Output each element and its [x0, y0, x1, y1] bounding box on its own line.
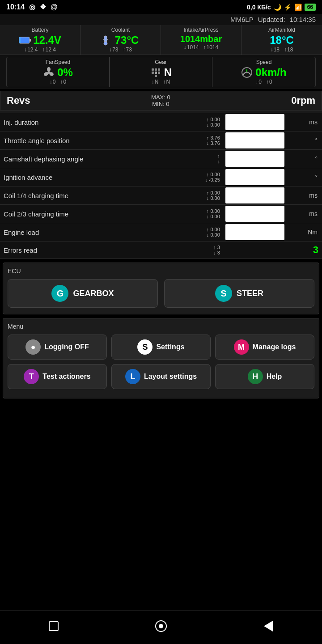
svg-rect-11	[152, 68, 154, 71]
bar-container	[225, 169, 284, 185]
row-bar	[224, 113, 286, 131]
nav-recent-button[interactable]	[45, 617, 63, 635]
speed-subrow: ↓ 0 ↑ 0	[213, 79, 314, 86]
nav-back-button[interactable]	[259, 617, 277, 635]
fanspeed-subrow: ↓ 0 ↑ 0	[8, 79, 108, 86]
row-name: Coil 1/4 charging time	[0, 186, 174, 205]
metrics-row-1: Battery 12.4V ↓ 12.4 ↑ 12.4 Coolant 73°C	[0, 25, 322, 55]
table-row: Throttle angle position ↑ 3.76 ↓ 3.76 °	[0, 131, 322, 150]
status-left: 10:14 ◎ ❖ @	[6, 3, 58, 11]
svg-point-20	[246, 72, 248, 73]
svg-rect-16	[158, 72, 160, 74]
settings-icon: S	[137, 339, 153, 355]
nav-home-button[interactable]	[152, 617, 170, 635]
battery-icon: 66	[305, 4, 316, 11]
layout-settings-button[interactable]: L Layout settings	[111, 364, 211, 389]
row-unit: °	[286, 150, 322, 168]
svg-rect-17	[155, 75, 157, 77]
coolant-subrow: ↓ 73 ↑ 73	[82, 47, 159, 54]
metric-speed: Speed 0km/h ↓ 0 ↑ 0	[212, 57, 315, 87]
logging-label: Logging OFF	[44, 343, 89, 351]
test-actioners-button[interactable]: T Test actioners	[8, 364, 107, 389]
row-bar	[224, 186, 286, 205]
whatsapp-icon: ◎	[29, 3, 35, 11]
revs-minmax: MAX: 0 MIN: 0	[151, 94, 170, 107]
row-arrows: ↑ 0.00 ↓ 0.00	[174, 223, 224, 242]
settings-button[interactable]: S Settings	[111, 335, 211, 360]
nav-home-icon	[155, 620, 167, 632]
steer-button[interactable]: S STEER	[164, 279, 314, 308]
gear-shift-icon	[150, 67, 161, 78]
coolant-value: 73°C	[115, 34, 139, 47]
layout-settings-icon: L	[125, 369, 140, 384]
row-arrows: ↑ 0.00 ↓ -0.25	[174, 168, 224, 186]
settings-label: Settings	[156, 343, 184, 351]
speed-value: 0km/h	[255, 66, 286, 79]
battery-icon	[19, 36, 31, 45]
airmanifold-value: 18°C	[243, 34, 320, 47]
profile-name: MM6LP	[230, 16, 254, 23]
row-name: Camshaft dephasing angle	[0, 150, 174, 168]
status-bar: 10:14 ◎ ❖ @ 0,0 КБ/с 🌙 ⚡ 📶 66	[0, 0, 322, 14]
row-bar	[224, 223, 286, 242]
manage-logs-button[interactable]: M Manage logs	[215, 335, 314, 360]
help-button[interactable]: H Help	[215, 364, 314, 389]
svg-rect-12	[155, 68, 157, 71]
intake-value: 1014mbar	[163, 34, 239, 44]
row-name: Throttle angle position	[0, 131, 174, 150]
menu-label: Menu	[8, 323, 314, 330]
revs-bar: Revs MAX: 0 MIN: 0 0rpm	[0, 91, 322, 110]
table-row: Camshaft dephasing angle ↑ ↓ °	[0, 150, 322, 168]
fan-icon	[43, 67, 55, 78]
bar-container	[225, 224, 284, 240]
speed-label: Speed	[213, 59, 314, 65]
row-unit: ms	[286, 113, 322, 131]
battery-sub-up: ↑ 12.4	[42, 47, 56, 53]
airmanifold-subrow: ↓ 18 ↑ 18	[243, 47, 320, 54]
status-right: 0,0 КБ/с 🌙 ⚡ 📶 66	[247, 4, 316, 11]
coolant-label: Coolant	[82, 27, 159, 33]
coolant-sub-down: ↓ 73	[109, 47, 118, 53]
apps-icon: ❖	[40, 3, 46, 11]
svg-rect-3	[104, 36, 107, 42]
gear-subrow: ↓ N ↑ N	[110, 79, 211, 86]
row-big-value: 3	[286, 242, 322, 259]
bar-container	[225, 187, 284, 203]
table-row: Coil 2/3 charging time ↑ 0.00 ↓ 0.00 ms	[0, 205, 322, 223]
metric-gear: Gear N ↓ N ↑ N	[110, 57, 212, 87]
row-arrows: ↑ 0.00 ↓ 0.00	[174, 186, 224, 205]
steer-label: STEER	[237, 289, 263, 298]
logging-button[interactable]: ● Logging OFF	[8, 335, 107, 360]
gearbox-button[interactable]: G GEARBOX	[8, 279, 158, 308]
help-label: Help	[267, 373, 282, 381]
gear-label: Gear	[110, 59, 211, 65]
row-unit: ms	[286, 205, 322, 223]
row-name: Ignition advance	[0, 168, 174, 186]
time: 10:14	[6, 3, 25, 11]
ecu-label: ECU	[8, 267, 314, 275]
revs-label: Revs	[7, 95, 30, 106]
coolant-icon	[102, 35, 113, 46]
help-icon: H	[248, 369, 263, 384]
intake-label: IntakeAirPress	[163, 27, 239, 33]
row-unit: °	[286, 168, 322, 186]
bar-container	[225, 114, 284, 130]
ecu-buttons: G GEARBOX S STEER	[8, 279, 314, 308]
row-bar	[224, 205, 286, 223]
airmanifold-sub-up: ↑ 18	[284, 47, 293, 53]
row-name: Errors read	[0, 242, 174, 259]
intake-sub-up: ↑ 1014	[203, 44, 219, 51]
revs-value: 0rpm	[291, 95, 315, 106]
svg-rect-13	[158, 68, 160, 71]
data-table: Inj. duration ↑ 0.00 ↓ 0.00 ms Throttle …	[0, 113, 322, 259]
header: MM6LP Updated: 10:14:35	[0, 14, 322, 25]
fanspeed-label: FanSpeed	[8, 59, 108, 65]
metric-intake: IntakeAirPress 1014mbar ↓ 1014 ↑ 1014	[161, 25, 242, 55]
speedometer-icon	[241, 67, 253, 78]
logging-icon: ●	[25, 339, 41, 355]
test-actioners-label: Test actioners	[42, 373, 90, 381]
row-name: Coil 2/3 charging time	[0, 205, 174, 223]
fanspeed-value: 0%	[57, 66, 73, 79]
svg-rect-15	[155, 72, 157, 74]
row-arrows: ↑ 0.00 ↓ 0.00	[174, 113, 224, 131]
